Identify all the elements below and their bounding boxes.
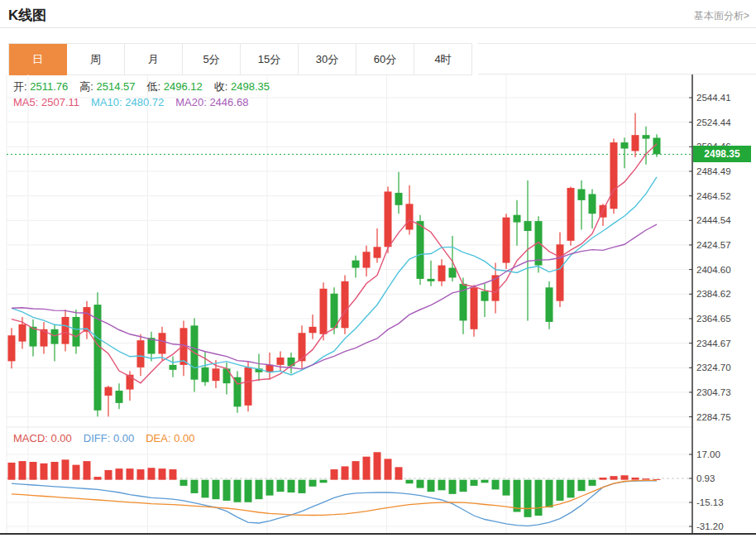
legend-item: 高: 2514.57 [79, 80, 135, 93]
legend-item: MACD: 0.00 [13, 432, 72, 444]
macd-axis-tick: 0.93 [696, 473, 715, 483]
price-axis-tick: 2284.75 [696, 412, 731, 422]
price-axis-tick: 2444.54 [696, 215, 731, 225]
legend-item: DEA: 0.00 [146, 432, 194, 444]
legend-item: 开: 2511.76 [13, 80, 68, 93]
price-axis-tick: 2464.52 [696, 191, 731, 201]
price-axis-tick: 2484.49 [696, 166, 731, 176]
current-price-badge: 2498.35 [693, 146, 751, 162]
legend-item: MA5: 2507.11 [13, 96, 79, 108]
price-axis-tick: 2404.60 [696, 265, 731, 275]
legend-item: 收: 2498.35 [214, 80, 270, 93]
price-axis-tick: 2424.57 [696, 240, 731, 250]
price-axis-tick: 2384.62 [696, 289, 731, 299]
ohlc-legend: 开: 2511.76高: 2514.57低: 2496.12收: 2498.35 [13, 79, 281, 94]
legend-item: 低: 2496.12 [147, 80, 203, 93]
legend-item: MA10: 2480.72 [91, 96, 164, 108]
macd-axis-tick: -15.13 [696, 497, 724, 507]
price-axis-tick: 2364.65 [696, 314, 731, 324]
legend-item: MA20: 2446.68 [175, 96, 248, 108]
price-axis-tick: 2324.70 [696, 363, 731, 372]
kline-chart-page: K线图 基本面分析> 日周月5分15分30分60分4时 2544.412524.… [0, 0, 756, 538]
price-axis-tick: 2524.44 [696, 118, 731, 127]
macd-legend: MACD: 0.00DIFF: 0.00DEA: 0.00 [13, 432, 207, 444]
ma-legend: MA5: 2507.11MA10: 2480.72MA20: 2446.68 [13, 96, 260, 108]
macd-axis-tick: 17.00 [696, 449, 720, 459]
price-axis-tick: 2304.73 [696, 387, 731, 397]
price-axis-tick: 2544.41 [696, 93, 731, 103]
macd-axis-tick: -31.20 [696, 521, 724, 531]
price-axis-tick: 2344.67 [696, 339, 731, 348]
legend-item: DIFF: 0.00 [84, 432, 134, 444]
